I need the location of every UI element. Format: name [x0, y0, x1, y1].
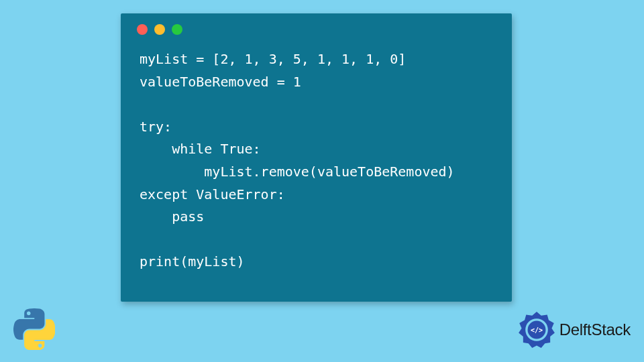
- code-window: myList = [2, 1, 3, 5, 1, 1, 1, 0] valueT…: [121, 13, 512, 302]
- delft-logo-icon: </>: [518, 311, 555, 349]
- minimize-dot-icon: [154, 24, 165, 35]
- svg-text:</>: </>: [531, 326, 543, 334]
- close-dot-icon: [137, 24, 148, 35]
- window-controls: [121, 13, 512, 40]
- brand-name: DelftStack: [559, 320, 631, 339]
- delft-brand: </> DelftStack: [518, 311, 631, 349]
- maximize-dot-icon: [172, 24, 182, 35]
- code-content: myList = [2, 1, 3, 5, 1, 1, 1, 0] valueT…: [121, 40, 512, 287]
- python-logo-icon: [13, 308, 55, 350]
